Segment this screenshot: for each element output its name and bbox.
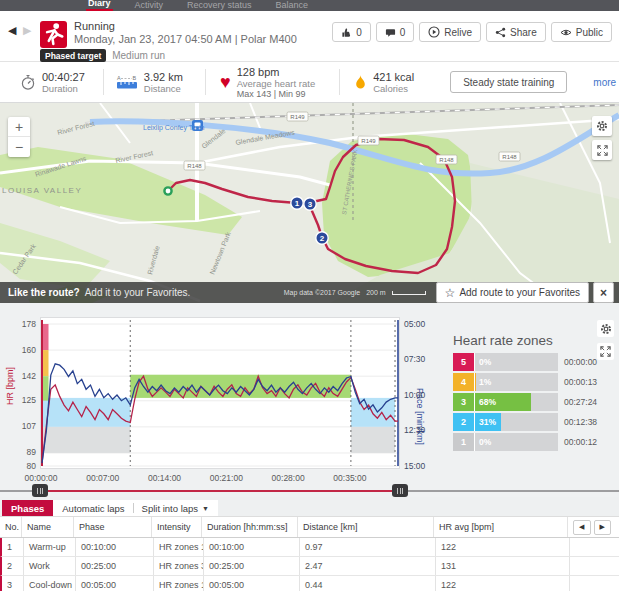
zone-time: 00:27:24 [564, 397, 597, 407]
calories-value: 421 kcal [373, 71, 414, 83]
hr-tick-label: 125 [8, 395, 36, 405]
chart-settings-button[interactable] [597, 320, 614, 337]
map-canvas: Leixlip Confey Train River ForestRiver F… [0, 103, 619, 303]
next-session-arrow[interactable]: ▶ [23, 24, 31, 37]
zone-time: 00:12:38 [564, 417, 597, 427]
route-marker-number: 2 [320, 234, 325, 243]
hr-zones-title: Heart rate zones [453, 333, 553, 348]
column-header: Name [22, 517, 74, 537]
close-favorites-bar-button[interactable]: × [593, 282, 614, 303]
phase-cell: 122 [436, 538, 570, 556]
session-datetime: Monday, Jan 23, 2017 04:50 AM | Polar M4… [74, 33, 297, 45]
zone-bar-track: 68% [475, 393, 558, 411]
phase-cell: 00:05:00 [204, 576, 300, 591]
map-zoom-in-button[interactable]: + [8, 117, 30, 137]
phase-cell: 2.47 [300, 557, 436, 575]
laps-section: Phases Automatic laps Split into laps ▼ … [0, 497, 619, 591]
hr-pace-chart[interactable] [40, 317, 400, 469]
zone-strip [43, 376, 49, 401]
phase-row[interactable]: 2Work00:25:00HR zones 3-300:25:002.47131 [0, 557, 619, 576]
tab-split-into-laps[interactable]: Split into laps ▼ [142, 503, 209, 514]
phase-cell: 1 [2, 538, 24, 556]
map-zoom-out-button[interactable]: − [8, 137, 30, 157]
relive-button[interactable]: Relive [419, 22, 481, 42]
zone-time: 00:00:13 [564, 377, 597, 387]
share-button[interactable]: Share [486, 22, 546, 42]
tab-automatic-laps[interactable]: Automatic laps [62, 503, 124, 514]
phase-cell: HR zones 3-3 [154, 557, 204, 575]
phases-header-row: No.NamePhaseIntensityDuration [hh:mm:ss]… [0, 517, 619, 538]
route-map[interactable]: Leixlip Confey Train River ForestRiver F… [0, 103, 619, 303]
zone-percent: 31% [479, 417, 496, 427]
hr-zone-row: 231%00:12:38 [453, 413, 603, 431]
nav-item-activity[interactable]: Activity [133, 0, 166, 11]
zone-number: 5 [453, 353, 475, 371]
duration-value: 00:40:27 [42, 71, 85, 83]
more-link[interactable]: more [593, 77, 616, 88]
pace-tick-label: 10:00 [404, 390, 434, 400]
tab-phases[interactable]: Phases [2, 500, 53, 516]
hr-tick-label: 89 [8, 447, 36, 457]
hr-minmax: Max 143 | Min 99 [237, 89, 316, 99]
map-settings-button[interactable] [592, 116, 612, 136]
phase-cell: 0.97 [300, 538, 436, 556]
prev-session-arrow[interactable]: ◀ [8, 24, 16, 37]
phase-row[interactable]: 3Cool-down00:05:00HR zones 1-200:05:000.… [0, 576, 619, 591]
eye-icon [560, 27, 572, 38]
add-route-favorites-button[interactable]: ☆ Add route to your Favorites [436, 282, 589, 303]
target-zone-band [42, 427, 130, 453]
star-icon: ☆ [445, 288, 456, 298]
slider-selected-range [40, 490, 400, 493]
distance-label: Distance [144, 83, 183, 94]
map-zoom-control: + − [8, 117, 30, 157]
flame-icon [354, 74, 367, 91]
phase-row[interactable]: 1Warm-up00:10:00HR zones 1-200:10:000.97… [0, 538, 619, 557]
relive-label: Relive [444, 27, 472, 38]
public-button[interactable]: Public [551, 22, 612, 42]
zone-number: 1 [453, 433, 475, 451]
time-tick-label: 00:14:00 [139, 473, 191, 483]
slider-left-handle[interactable] [32, 484, 48, 497]
map-attribution: Map data ©2017 Google 200 m [284, 289, 426, 296]
phase-cell: Warm-up [24, 538, 76, 556]
hr-tick-label: 178 [8, 319, 36, 329]
zone-percent: 1% [479, 377, 491, 387]
distance-value: 3.92 km [144, 71, 183, 83]
stat-calories: 421 kcal Calories [354, 71, 414, 94]
phase-cell: 00:10:00 [76, 538, 154, 556]
zone-percent: 0% [479, 357, 491, 367]
phases-table: No.NamePhaseIntensityDuration [hh:mm:ss]… [0, 516, 619, 591]
slider-right-handle[interactable] [392, 484, 408, 497]
zone-bar-fill [475, 373, 476, 391]
table-prev-button[interactable]: ◀ [573, 520, 591, 535]
phase-cell: HR zones 1-2 [154, 538, 204, 556]
fav-button-label: Add route to your Favorites [459, 287, 580, 298]
comment-icon [385, 27, 396, 38]
nav-item-diary[interactable]: Diary [86, 0, 113, 11]
phase-cell: HR zones 1-2 [154, 576, 204, 591]
training-benefit-button[interactable]: Steady state training [450, 71, 567, 93]
play-circle-icon [428, 26, 440, 38]
zone-number: 2 [453, 413, 475, 431]
comment-button[interactable]: 0 [376, 22, 415, 42]
route-marker-number: 1 [295, 199, 300, 208]
road-badge-label: R149 [361, 138, 376, 144]
split-laps-label: Split into laps [142, 503, 199, 514]
nav-item-balance[interactable]: Balance [274, 0, 311, 11]
svg-text:A: A [117, 75, 121, 81]
zone-time: 00:00:00 [564, 357, 597, 367]
map-fullscreen-button[interactable] [592, 140, 612, 160]
table-next-button[interactable]: ▶ [594, 520, 612, 535]
phased-target-badge: Phased target [40, 49, 106, 62]
analysis-section: HR [bpm] Pace [min/km] 17816014212510789… [0, 303, 619, 497]
column-header: Intensity [152, 517, 202, 537]
hr-zone-row: 368%00:27:24 [453, 393, 603, 411]
phase-cell: Cool-down [24, 576, 76, 591]
svg-text:B: B [132, 75, 136, 81]
column-header: Distance [km] [298, 517, 434, 537]
pace-tick-label: 07:30 [404, 354, 434, 364]
nav-item-recovery-status[interactable]: Recovery status [185, 0, 254, 11]
like-button[interactable]: 0 [332, 22, 371, 42]
stat-duration: 00:40:27 Duration [20, 71, 85, 94]
zone-number: 3 [453, 393, 475, 411]
